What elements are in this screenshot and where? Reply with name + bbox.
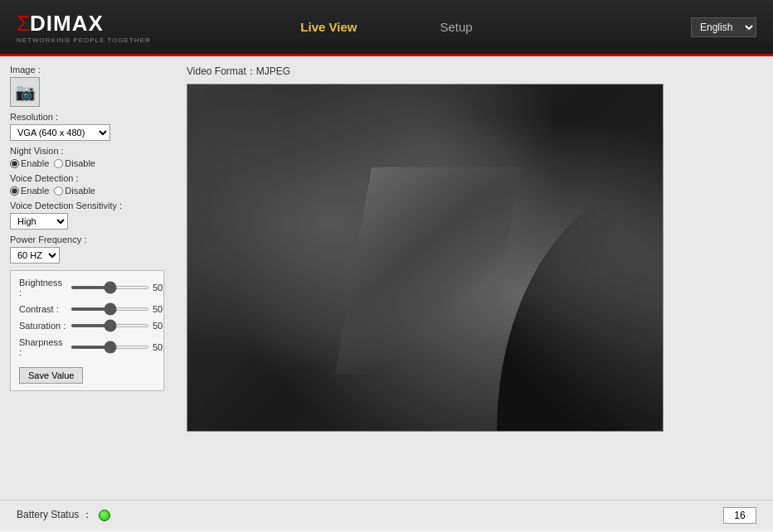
battery-led-icon: [99, 510, 110, 521]
contrast-value: 50: [153, 304, 163, 314]
sharpness-label: Sharpness :: [19, 337, 67, 357]
save-value-button[interactable]: Save Value: [19, 367, 83, 384]
night-vision-disable-label[interactable]: Disable: [54, 158, 95, 168]
logo-text: ΣDIMAX: [17, 11, 104, 36]
voice-detection-radio-group: Enable Disable: [10, 186, 164, 196]
image-section: Image : 📷: [10, 65, 164, 107]
camera-icon-button[interactable]: 📷: [10, 77, 40, 107]
night-vision-disable-radio[interactable]: [54, 159, 63, 168]
resolution-label: Resolution :: [10, 112, 164, 122]
header: ΣDIMAX NETWORKING PEOPLE TOGETHER Live V…: [0, 0, 773, 56]
video-frame: [187, 84, 664, 432]
saturation-row: Saturation : 50: [19, 321, 155, 331]
contrast-label: Contrast :: [19, 304, 67, 314]
saturation-label: Saturation :: [19, 321, 67, 331]
voice-detection-enable-text: Enable: [21, 186, 49, 196]
night-vision-label: Night Vision :: [10, 146, 164, 156]
language-selector-wrap: English Chinese French German Spanish: [691, 17, 756, 37]
brightness-slider[interactable]: [70, 286, 149, 289]
sharpness-slider[interactable]: [70, 346, 149, 349]
nav-live-view[interactable]: Live View: [300, 20, 357, 34]
night-vision-section: Night Vision : Enable Disable: [10, 146, 164, 168]
voice-detection-section: Voice Detection : Enable Disable: [10, 173, 164, 196]
contrast-row: Contrast : 50: [19, 304, 155, 314]
nav-setup[interactable]: Setup: [440, 20, 472, 34]
video-area: Video Format：MJPEG: [174, 56, 773, 530]
power-freq-section: Power Frequency : 60 HZ 50 HZ: [10, 235, 164, 264]
voice-detection-enable-label[interactable]: Enable: [10, 186, 49, 196]
battery-label: Battery Status ：: [17, 508, 92, 522]
sliders-panel: Brightness : 50 Contrast : 50 Saturation…: [10, 270, 164, 391]
sidebar: Image : 📷 Resolution : VGA (640 x 480) Q…: [0, 56, 174, 530]
saturation-value: 50: [153, 321, 163, 331]
nav: Live View Setup: [300, 20, 472, 34]
voice-detection-disable-radio[interactable]: [54, 186, 63, 196]
main-content: Image : 📷 Resolution : VGA (640 x 480) Q…: [0, 56, 773, 530]
night-vision-enable-radio[interactable]: [10, 159, 19, 168]
voice-detection-disable-text: Disable: [65, 186, 95, 196]
power-freq-label: Power Frequency :: [10, 235, 164, 244]
brightness-value: 50: [153, 283, 163, 293]
battery-value-box: 16: [723, 507, 756, 524]
language-select[interactable]: English Chinese French German Spanish: [691, 17, 756, 37]
sharpness-value: 50: [153, 342, 163, 352]
image-label: Image :: [10, 65, 164, 75]
saturation-slider[interactable]: [70, 324, 149, 327]
voice-detection-enable-radio[interactable]: [10, 186, 19, 196]
logo: ΣDIMAX NETWORKING PEOPLE TOGETHER: [17, 11, 151, 44]
camera-icon: 📷: [15, 82, 36, 102]
sharpness-row: Sharpness : 50: [19, 337, 155, 357]
vd-sensitivity-select[interactable]: High Medium Low: [10, 213, 68, 230]
night-vision-enable-label[interactable]: Enable: [10, 158, 49, 168]
brightness-row: Brightness : 50: [19, 278, 155, 297]
battery-status: Battery Status ：: [17, 508, 110, 522]
night-vision-disable-text: Disable: [65, 158, 95, 168]
power-freq-select[interactable]: 60 HZ 50 HZ: [10, 247, 60, 264]
resolution-select[interactable]: VGA (640 x 480) QVGA (320 x 240) 1280 x …: [10, 124, 110, 141]
video-format-label: Video Format：MJPEG: [187, 65, 761, 79]
night-vision-enable-text: Enable: [21, 158, 49, 168]
night-vision-radio-group: Enable Disable: [10, 158, 164, 168]
logo-sub: NETWORKING PEOPLE TOGETHER: [17, 36, 151, 44]
brightness-label: Brightness :: [19, 278, 67, 297]
voice-detection-disable-label[interactable]: Disable: [54, 186, 95, 196]
resolution-section: Resolution : VGA (640 x 480) QVGA (320 x…: [10, 112, 164, 141]
bottom-bar: Battery Status ： 16: [0, 500, 773, 530]
logo-name: DIMAX: [30, 11, 104, 36]
contrast-slider[interactable]: [70, 307, 149, 311]
vd-sensitivity-label: Voice Detection Sensitivity :: [10, 201, 164, 210]
voice-detection-label: Voice Detection :: [10, 173, 164, 183]
logo-sigma: Σ: [17, 11, 30, 36]
vd-sensitivity-section: Voice Detection Sensitivity : High Mediu…: [10, 201, 164, 230]
